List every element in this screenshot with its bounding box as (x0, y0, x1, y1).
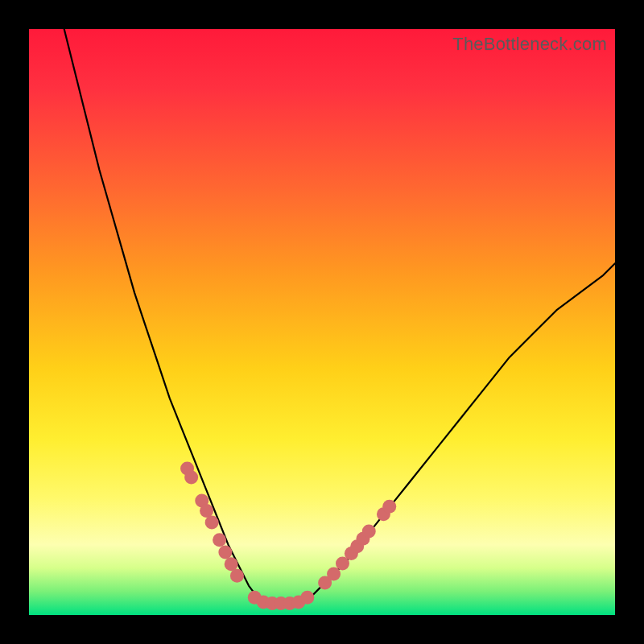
marker-group-trough (248, 591, 315, 610)
marker-dot (300, 591, 314, 605)
bottleneck-curve (64, 29, 615, 603)
marker-dot (382, 500, 396, 514)
marker-dot (218, 546, 232, 559)
marker-dot (327, 568, 341, 581)
curve-layer (29, 29, 615, 615)
plot-area: TheBottleneck.com (29, 29, 615, 615)
marker-dot (184, 470, 198, 484)
chart-frame: TheBottleneck.com (0, 0, 644, 644)
marker-dot (205, 515, 219, 529)
marker-dot (213, 533, 226, 547)
marker-dot (225, 557, 238, 571)
marker-dot (200, 504, 213, 518)
marker-group-right (318, 500, 396, 590)
marker-dot (230, 569, 244, 583)
marker-dot (362, 524, 376, 538)
marker-group-left (180, 462, 244, 583)
